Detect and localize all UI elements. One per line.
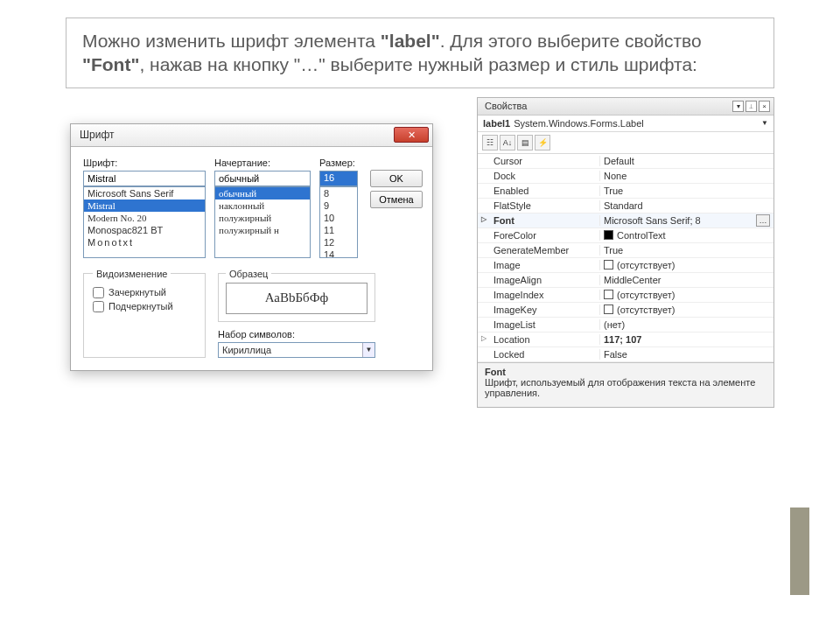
list-item[interactable]: 12 bbox=[320, 236, 357, 248]
ellipsis-button[interactable]: … bbox=[756, 214, 770, 227]
list-item[interactable]: обычный bbox=[215, 187, 310, 200]
property-row[interactable]: Location117; 107 bbox=[478, 332, 774, 347]
decorative-strip bbox=[790, 508, 809, 595]
property-row[interactable]: GenerateMemberTrue bbox=[478, 243, 774, 258]
underline-checkbox[interactable]: Подчеркнутый bbox=[93, 301, 196, 312]
cancel-button[interactable]: Отмена bbox=[370, 191, 423, 208]
property-row[interactable]: LockedFalse bbox=[478, 347, 774, 362]
font-label: Шрифт: bbox=[83, 158, 206, 168]
font-dialog-titlebar: Шрифт ✕ bbox=[71, 124, 432, 147]
close-icon[interactable]: × bbox=[759, 101, 770, 112]
property-description: Font Шрифт, используемый для отображения… bbox=[478, 362, 774, 407]
font-list[interactable]: Microsoft Sans Serif Mistral Modern No. … bbox=[83, 186, 206, 258]
dropdown-icon[interactable]: ▾ bbox=[732, 101, 744, 112]
size-input[interactable]: 16 bbox=[319, 171, 358, 186]
property-row[interactable]: ForeColorControlText bbox=[478, 228, 774, 243]
property-grid[interactable]: CursorDefaultDockNoneEnabledTrueFlatStyl… bbox=[478, 154, 774, 362]
charset-label: Набор символов: bbox=[218, 329, 375, 340]
list-item[interactable]: 14 bbox=[320, 248, 357, 258]
sample-group: Образец АаBbБбФф bbox=[218, 269, 375, 322]
list-item[interactable]: полужирный н bbox=[215, 224, 310, 236]
chevron-down-icon: ▼ bbox=[362, 343, 374, 357]
list-item[interactable]: Modern No. 20 bbox=[84, 212, 205, 224]
property-row[interactable]: EnabledTrue bbox=[478, 184, 774, 199]
property-row[interactable]: Image(отсутствует) bbox=[478, 258, 774, 273]
property-row[interactable]: ImageIndex(отсутствует) bbox=[478, 288, 774, 303]
list-item[interactable]: Mistral bbox=[84, 200, 205, 212]
style-list[interactable]: обычный наклонный полужирный полужирный … bbox=[214, 186, 311, 258]
font-dialog: Шрифт ✕ Шрифт: Microsoft Sans Serif Mist… bbox=[70, 123, 433, 371]
size-label: Размер: bbox=[319, 158, 358, 168]
property-row[interactable]: ImageList(нет) bbox=[478, 318, 774, 332]
property-row[interactable]: DockNone bbox=[478, 169, 774, 184]
list-item[interactable]: Monospac821 BT bbox=[84, 224, 205, 236]
property-row[interactable]: ImageAlignMiddleCenter bbox=[478, 273, 774, 288]
list-item[interactable]: наклонный bbox=[215, 200, 310, 212]
style-label: Начертание: bbox=[214, 158, 311, 168]
list-item[interactable]: Monotxt bbox=[84, 236, 205, 248]
ok-button[interactable]: OK bbox=[370, 170, 423, 187]
properties-page-icon[interactable]: ▤ bbox=[517, 135, 533, 150]
properties-panel: Свойства ▾ ⟂ × label1System.Windows.Form… bbox=[477, 97, 774, 408]
size-list[interactable]: 8 9 10 11 12 14 16 bbox=[319, 186, 358, 258]
list-item[interactable]: 11 bbox=[320, 224, 357, 236]
chevron-down-icon: ▼ bbox=[761, 119, 768, 127]
list-item[interactable]: 10 bbox=[320, 212, 357, 224]
sample-preview: АаBbБбФф bbox=[226, 283, 368, 314]
alphabetical-icon[interactable]: A↓ bbox=[500, 135, 515, 150]
sample-legend: Образец bbox=[226, 269, 271, 279]
property-row[interactable]: ImageKey(отсутствует) bbox=[478, 303, 774, 318]
list-item[interactable]: Microsoft Sans Serif bbox=[84, 187, 205, 200]
property-row[interactable]: CursorDefault bbox=[478, 154, 774, 169]
charset-combo[interactable]: Кириллица ▼ bbox=[218, 342, 375, 358]
events-icon[interactable]: ⚡ bbox=[535, 135, 550, 150]
strikeout-checkbox[interactable]: Зачеркнутый bbox=[93, 287, 196, 298]
categorized-icon[interactable]: ☷ bbox=[482, 135, 498, 150]
properties-title: Свойства ▾ ⟂ × bbox=[478, 98, 774, 116]
effects-legend: Видоизменение bbox=[93, 269, 171, 279]
font-dialog-title: Шрифт bbox=[80, 129, 114, 141]
list-item[interactable]: 8 bbox=[320, 187, 357, 200]
effects-group: Видоизменение Зачеркнутый Подчеркнутый bbox=[83, 269, 206, 358]
property-row[interactable]: FontMicrosoft Sans Serif; 8… bbox=[478, 214, 774, 228]
style-input[interactable] bbox=[214, 171, 311, 186]
properties-toolbar: ☷ A↓ ▤ ⚡ bbox=[478, 132, 774, 154]
close-button[interactable]: ✕ bbox=[394, 127, 429, 143]
list-item[interactable]: полужирный bbox=[215, 212, 310, 224]
list-item[interactable]: 9 bbox=[320, 200, 357, 212]
font-input[interactable] bbox=[83, 171, 206, 186]
pin-icon[interactable]: ⟂ bbox=[746, 101, 757, 112]
instruction-heading: Можно изменить шрифт элемента "label". Д… bbox=[66, 18, 774, 88]
object-selector[interactable]: label1System.Windows.Forms.Label ▼ bbox=[478, 116, 774, 132]
property-row[interactable]: FlatStyleStandard bbox=[478, 199, 774, 214]
